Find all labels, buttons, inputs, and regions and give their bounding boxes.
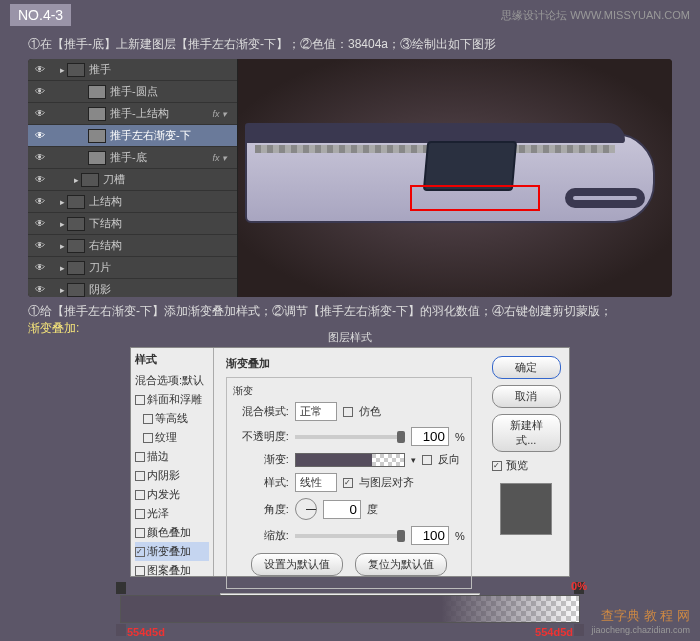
color-stop-right[interactable] [574, 624, 584, 636]
folder-arrow-icon[interactable]: ▸ [60, 241, 65, 251]
blending-options[interactable]: 混合选项:默认 [135, 371, 209, 390]
style-item[interactable]: 斜面和浮雕 [135, 390, 209, 409]
gradient-bar[interactable]: 0% 554d5d 554d5d [120, 595, 580, 623]
layer-row[interactable]: 👁 推手-底 fx ▾ [28, 147, 237, 169]
highlight-box [410, 185, 540, 211]
folder-arrow-icon[interactable]: ▸ [60, 263, 65, 273]
opacity-input[interactable] [411, 427, 449, 446]
style-item[interactable]: 纹理 [135, 428, 209, 447]
preview-checkbox[interactable] [492, 461, 502, 471]
opacity-slider[interactable] [295, 435, 405, 439]
dither-checkbox[interactable] [343, 407, 353, 417]
folder-icon [67, 63, 85, 77]
folder-icon [81, 173, 99, 187]
fx-badge[interactable]: fx ▾ [212, 109, 233, 119]
style-checkbox[interactable] [135, 566, 145, 576]
new-style-button[interactable]: 新建样式... [492, 414, 561, 452]
style-item[interactable]: 光泽 [135, 504, 209, 523]
style-item[interactable]: 颜色叠加 [135, 523, 209, 542]
visibility-icon[interactable]: 👁 [32, 64, 48, 75]
scale-input[interactable] [411, 526, 449, 545]
scale-slider[interactable] [295, 534, 405, 538]
layer-row[interactable]: 👁 ▸ 阴影 [28, 279, 237, 297]
gradient-overlay-label: 渐变叠加: [28, 321, 79, 335]
knife-illustration [245, 123, 665, 233]
layer-row[interactable]: 👁 推手左右渐变-下 [28, 125, 237, 147]
visibility-icon[interactable]: 👁 [32, 218, 48, 229]
dialog-right: 确定 取消 新建样式... 预览 [484, 348, 569, 576]
style-checkbox[interactable] [143, 433, 153, 443]
visibility-icon[interactable]: 👁 [32, 262, 48, 273]
style-checkbox[interactable] [135, 452, 145, 462]
visibility-icon[interactable]: 👁 [32, 240, 48, 251]
folder-arrow-icon[interactable]: ▸ [60, 197, 65, 207]
layer-row[interactable]: 👁 ▸ 推手 [28, 59, 237, 81]
layer-row[interactable]: 👁 ▸ 上结构 [28, 191, 237, 213]
style-item[interactable]: 描边 [135, 447, 209, 466]
style-item[interactable]: 内阴影 [135, 466, 209, 485]
style-checkbox[interactable] [135, 509, 145, 519]
angle-label: 角度: [233, 502, 289, 517]
reset-default-button[interactable]: 复位为默认值 [355, 553, 447, 576]
styles-header[interactable]: 样式 [135, 352, 209, 367]
visibility-icon[interactable]: 👁 [32, 174, 48, 185]
instruction-1: ①在【推手-底】上新建图层【推手左右渐变-下】；②色值：38404a；③绘制出如… [0, 30, 700, 59]
cancel-button[interactable]: 取消 [492, 385, 561, 408]
reverse-checkbox[interactable] [422, 455, 432, 465]
opacity-label: 不透明度: [233, 429, 289, 444]
layer-row[interactable]: 👁 ▸ 右结构 [28, 235, 237, 257]
color-stop-left-label: 554d5d [127, 626, 165, 638]
blend-mode-label: 混合模式: [233, 404, 289, 419]
folder-arrow-icon[interactable]: ▸ [60, 65, 65, 75]
folder-arrow-icon[interactable]: ▸ [74, 175, 79, 185]
folder-arrow-icon[interactable]: ▸ [60, 219, 65, 229]
layer-row[interactable]: 👁 ▸ 下结构 [28, 213, 237, 235]
style-item[interactable]: 渐变叠加 [135, 542, 209, 561]
ok-button[interactable]: 确定 [492, 356, 561, 379]
color-stop-right-label: 554d5d [535, 626, 573, 638]
folder-icon [67, 239, 85, 253]
visibility-icon[interactable]: 👁 [32, 130, 48, 141]
dialog-main: 渐变叠加 渐变 混合模式: 正常 仿色 不透明度: % 渐变: ▾ 反向 [214, 348, 484, 576]
style-item[interactable]: 内发光 [135, 485, 209, 504]
angle-dial[interactable] [295, 498, 317, 520]
layer-row[interactable]: 👁 ▸ 刀槽 [28, 169, 237, 191]
layer-row[interactable]: 👁 推手-上结构 fx ▾ [28, 103, 237, 125]
style-checkbox[interactable] [135, 490, 145, 500]
angle-input[interactable] [323, 500, 361, 519]
visibility-icon[interactable]: 👁 [32, 284, 48, 295]
scale-label: 缩放: [233, 528, 289, 543]
layer-name: 推手左右渐变-下 [110, 128, 191, 143]
layer-name: 右结构 [89, 238, 122, 253]
style-checkbox[interactable] [135, 528, 145, 538]
fx-badge[interactable]: fx ▾ [212, 153, 233, 163]
style-checkbox[interactable] [135, 395, 145, 405]
visibility-icon[interactable]: 👁 [32, 196, 48, 207]
style-select[interactable]: 线性 [295, 473, 337, 492]
folder-arrow-icon[interactable]: ▸ [60, 285, 65, 295]
visibility-icon[interactable]: 👁 [32, 152, 48, 163]
styles-list: 样式 混合选项:默认 斜面和浮雕等高线纹理描边内阴影内发光光泽颜色叠加渐变叠加图… [131, 348, 214, 576]
align-checkbox[interactable] [343, 478, 353, 488]
set-default-button[interactable]: 设置为默认值 [251, 553, 343, 576]
dialog-title: 图层样式 [328, 330, 372, 345]
gradient-preview[interactable] [295, 453, 405, 467]
layers-panel: 👁 ▸ 推手 👁 推手-圆点 👁 推手-上结构 fx ▾👁 推手左右渐变-下 👁… [28, 59, 238, 297]
style-checkbox[interactable] [135, 547, 145, 557]
visibility-icon[interactable]: 👁 [32, 108, 48, 119]
layer-name: 推手-上结构 [110, 106, 169, 121]
style-checkbox[interactable] [143, 414, 153, 424]
color-stop-left[interactable] [116, 624, 126, 636]
folder-icon [67, 195, 85, 209]
layer-row[interactable]: 👁 推手-圆点 [28, 81, 237, 103]
layer-name: 刀槽 [103, 172, 125, 187]
reverse-label: 反向 [438, 452, 460, 467]
visibility-icon[interactable]: 👁 [32, 86, 48, 97]
layer-row[interactable]: 👁 ▸ 刀片 [28, 257, 237, 279]
opacity-stop-left[interactable] [116, 582, 126, 594]
style-item[interactable]: 图案叠加 [135, 561, 209, 580]
style-checkbox[interactable] [135, 471, 145, 481]
style-item[interactable]: 等高线 [135, 409, 209, 428]
layer-thumb [88, 129, 106, 143]
blend-mode-select[interactable]: 正常 [295, 402, 337, 421]
